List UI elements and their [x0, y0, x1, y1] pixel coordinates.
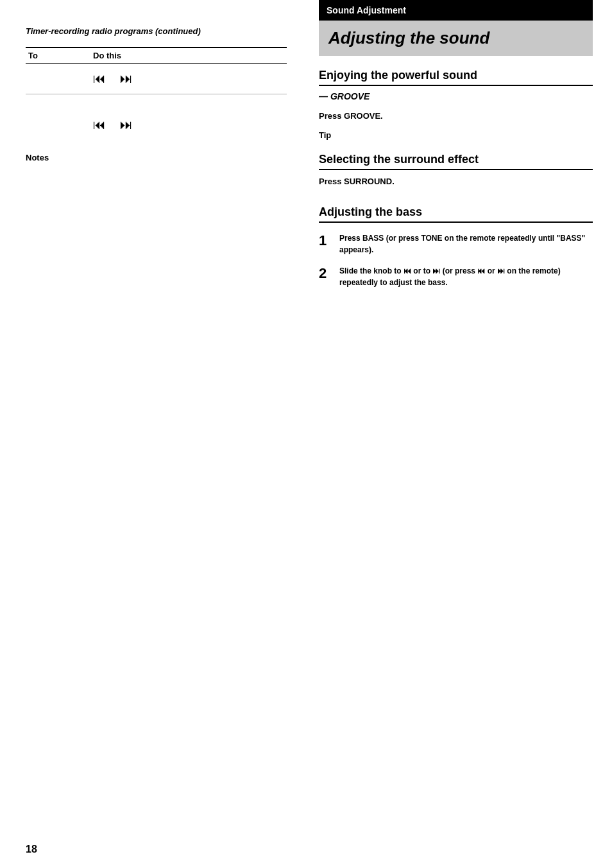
- col2-header: Do this: [90, 48, 287, 64]
- page-number: 18: [26, 844, 37, 855]
- right-column: Sound Adjustment Adjusting the sound Enj…: [306, 0, 612, 868]
- table-row: ⏮ ⏭: [26, 64, 287, 94]
- tip-label: Tip: [319, 130, 593, 140]
- instructions-table: To Do this ⏮ ⏭ ⏮ ⏭: [26, 47, 287, 140]
- bass-step-1: 1 Press BASS (or press TONE on the remot…: [319, 232, 593, 256]
- press-surround: Press SURROUND.: [319, 177, 593, 186]
- page-container: Timer-recording radio programs (continue…: [0, 0, 612, 868]
- left-column: Timer-recording radio programs (continue…: [0, 0, 306, 868]
- bass-step-2: 2 Slide the knob to ⏮ or to ⏭ (or press …: [319, 265, 593, 288]
- bass-steps-list: 1 Press BASS (or press TONE on the remot…: [319, 232, 593, 288]
- step-num-2: 2: [319, 265, 337, 282]
- bass-heading: Adjusting the bass: [319, 205, 593, 223]
- table-cell-to-3: [26, 110, 90, 140]
- table-row: ⏮ ⏭: [26, 110, 287, 140]
- notes-label: Notes: [26, 153, 49, 162]
- table-cell-to-2: [26, 94, 90, 110]
- step-text-2: Slide the knob to ⏮ or to ⏭ (or press ⏮ …: [339, 265, 593, 288]
- table-row: [26, 94, 287, 110]
- section-header-bar: Sound Adjustment: [319, 0, 593, 21]
- media-controls-2: ⏮ ⏭: [93, 117, 138, 132]
- table-cell-to-1: [26, 64, 90, 94]
- press-groove: Press GROOVE.: [319, 111, 593, 121]
- selecting-heading: Selecting the surround effect: [319, 153, 593, 170]
- timer-title: Timer-recording radio programs (continue…: [26, 26, 287, 37]
- table-cell-do-3: ⏮ ⏭: [90, 110, 287, 140]
- table-cell-do-1: ⏮ ⏭: [90, 64, 287, 94]
- enjoying-heading: Enjoying the powerful sound: [319, 69, 593, 86]
- notes-section: Notes: [26, 153, 287, 162]
- main-title: Adjusting the sound: [319, 21, 593, 56]
- table-cell-do-2: [90, 94, 287, 110]
- media-controls-1: ⏮ ⏭: [93, 71, 138, 85]
- groove-subtitle: — GROOVE: [319, 91, 593, 101]
- step-text-1: Press BASS (or press TONE on the remote …: [339, 232, 593, 256]
- col1-header: To: [26, 48, 90, 64]
- step-num-1: 1: [319, 232, 337, 249]
